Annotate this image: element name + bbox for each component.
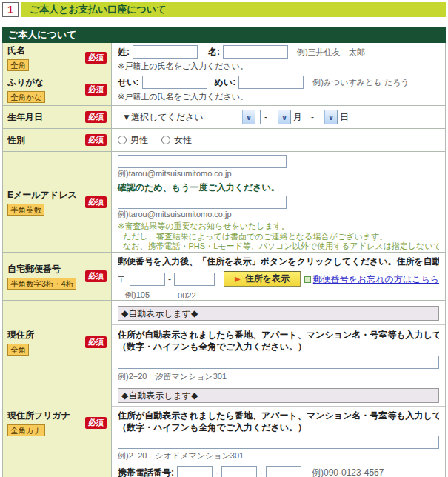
row-name: 氏名 全角 必須 姓: 名: 例)三井住友 太郎 ※戸籍上の氏名をご入力ください… (3, 43, 445, 73)
male-label: 男性 (130, 134, 148, 147)
address-label: 現住所 (7, 329, 34, 341)
gender-label-cell: 性別 必須 (3, 129, 112, 151)
postal-label-cell: 自宅郵便番号 半角数字3桁・4桁 必須 (3, 253, 112, 300)
address-kana-input-cell: ◆自動表示します◆ 住所が自動表示されましたら番地、アパート、マンション名・号室… (112, 384, 445, 461)
name-label-cell: 氏名 全角 必須 (3, 43, 112, 73)
birth-month-select[interactable]: - ∨ (260, 110, 291, 124)
birthdate-label-cell: 生年月日 必須 (3, 106, 112, 128)
row-postal-code: 自宅郵便番号 半角数字3桁・4桁 必須 郵便番号を入力後、「住所を表示」ボタンを… (3, 252, 445, 300)
postal-lookup-link[interactable]: 郵便番号をお忘れの方はこちら (304, 273, 439, 286)
postal-separator: - (168, 274, 171, 284)
chevron-down-icon: ∨ (242, 110, 255, 124)
row-mobile-phone: 携帯電話番号: - - 例)090-0123-4567 (3, 461, 445, 477)
female-label: 女性 (174, 134, 192, 147)
first-name-label: 名: (208, 46, 220, 59)
email-example-2: 例)tarou@mitsuisumitomo.co.jp (118, 209, 439, 220)
email-label: Eメールアドレス (7, 189, 77, 201)
row-email: Eメールアドレス 半角英数 必須 例)tarou@mitsuisumitomo.… (3, 151, 445, 252)
postal-mark: 〒 (118, 273, 127, 286)
furigana-format-badge: 全角かな (7, 91, 45, 103)
section-header: 1 ご本人とお支払い口座について (2, 2, 446, 17)
address-kana-input[interactable] (118, 436, 439, 449)
divider (112, 324, 445, 325)
email-input[interactable] (118, 155, 287, 168)
address-kana-label-cell: 現住所フリガナ 全角カナ 必須 (3, 384, 112, 461)
address-kana-instruction-2: （数字・ハイフンも全角でご入力ください。） (118, 421, 439, 433)
address-example: 例)2−20 汐留マンション301 (118, 371, 439, 382)
email-format-badge: 半角英数 (7, 204, 44, 216)
address-format-badge: 全角 (7, 344, 29, 356)
furigana-last-input[interactable] (142, 76, 207, 89)
row-furigana: ふりがな 全角かな 必須 せい: めい: 例)みついすみとも たろう ※戸籍上の… (3, 73, 445, 105)
address-kana-example: 例)2−20 シオドメマンション301 (118, 450, 439, 461)
email-note-1: ※審査結果等の重要なお知らせをいたします。 (118, 221, 439, 232)
name-format-badge: 全角 (7, 59, 29, 71)
furigana-label: ふりがな (7, 76, 45, 89)
address-kana-required-badge: 必須 (85, 417, 107, 429)
address-label-cell: 現住所 全角 必須 (3, 301, 112, 384)
address-instruction-2: （数字・ハイフンも全角でご入力ください。） (118, 341, 439, 353)
row-address: 現住所 全角 必須 ◆自動表示します◆ 住所が自動表示されましたら番地、アパート… (3, 300, 445, 384)
mobile-1-input[interactable] (177, 466, 213, 477)
address-instruction-1: 住所が自動表示されましたら番地、アパート、マンション名・号室等も入力してください… (118, 329, 439, 341)
personal-info-form: 氏名 全角 必須 姓: 名: 例)三井住友 太郎 ※戸籍上の氏名をご入力ください… (2, 43, 446, 477)
postal-lookup-icon (304, 276, 311, 283)
last-name-input[interactable] (133, 45, 198, 59)
furigana-label-cell: ふりがな 全角かな 必須 (3, 73, 112, 105)
birth-year-select[interactable]: ▼選択してください ∨ (118, 110, 255, 124)
email-note-3: なお、携帯電話・PHS・Lモード等、パソコン以外で使用するアドレスは指定しないで… (118, 241, 439, 252)
postal-format-badge: 半角数字3桁・4桁 (7, 278, 76, 290)
male-radio[interactable] (118, 136, 127, 144)
furigana-example: 例)みついすみとも たろう (312, 77, 409, 88)
section-title: ご本人とお支払い口座について (21, 2, 446, 17)
postal-code-1-input[interactable] (130, 273, 165, 286)
row-address-kana: 現住所フリガナ 全角カナ 必須 ◆自動表示します◆ 住所が自動表示されましたら番… (3, 384, 445, 461)
postal-label: 自宅郵便番号 (7, 263, 76, 276)
furigana-last-label: せい: (118, 76, 139, 89)
email-confirm-heading: 確認のため、もう一度ご入力ください。 (118, 181, 439, 194)
row-gender: 性別 必須 男性 女性 (3, 128, 445, 151)
gender-input-cell: 男性 女性 (112, 129, 445, 151)
gender-required-badge: 必須 (85, 134, 107, 146)
email-example-1: 例)tarou@mitsuisumitomo.co.jp (118, 168, 439, 179)
divider (112, 406, 445, 407)
gender-label: 性別 (7, 134, 25, 147)
chevron-down-icon: ∨ (324, 110, 337, 124)
postal-code-2-input[interactable] (174, 273, 215, 286)
address-input[interactable] (118, 356, 439, 369)
postal-required-badge: 必須 (85, 270, 107, 282)
name-label: 氏名 (7, 44, 29, 57)
gender-male-option[interactable]: 男性 (118, 134, 148, 147)
birthdate-label: 生年月日 (7, 111, 43, 124)
email-input-cell: 例)tarou@mitsuisumitomo.co.jp 確認のため、もう一度ご… (112, 152, 445, 252)
month-unit-label: 月 (293, 111, 302, 124)
address-kana-instruction-1: 住所が自動表示されましたら番地、アパート、マンション名・号室等も入力してください… (118, 410, 439, 421)
email-required-badge: 必須 (85, 196, 107, 208)
furigana-required-badge: 必須 (85, 84, 107, 96)
birthdate-required-badge: 必須 (85, 111, 107, 123)
section-number: 1 (2, 2, 19, 17)
subsection-bar: ご本人について (2, 27, 446, 43)
gender-female-option[interactable]: 女性 (161, 134, 192, 147)
first-name-input[interactable] (223, 45, 288, 59)
email-confirm-input[interactable] (118, 196, 287, 209)
last-name-label: 姓: (118, 46, 130, 59)
address-input-cell: ◆自動表示します◆ 住所が自動表示されましたら番地、アパート、マンション名・号室… (112, 301, 445, 384)
furigana-first-input[interactable] (238, 76, 304, 89)
mobile-label-cell (3, 461, 112, 477)
show-address-button[interactable]: ▶ 住所を表示 (224, 271, 301, 287)
row-birthdate: 生年月日 必須 ▼選択してください ∨ - ∨ 月 - (3, 105, 445, 128)
mobile-2-input[interactable] (221, 466, 257, 477)
address-required-badge: 必須 (85, 336, 107, 348)
address-kana-auto-display: ◆自動表示します◆ (118, 388, 439, 403)
name-required-badge: 必須 (85, 52, 107, 64)
mobile-separator-1: - (215, 467, 218, 477)
furigana-first-label: めい: (215, 76, 236, 89)
female-radio[interactable] (161, 136, 170, 144)
mobile-example: 例)090-0123-4567 (312, 467, 384, 477)
chevron-down-icon: ∨ (278, 110, 290, 124)
birth-day-select[interactable]: - ∨ (307, 110, 338, 124)
furigana-input-cell: せい: めい: 例)みついすみとも たろう ※戸籍上の氏名をご入力ください。 (112, 73, 445, 105)
name-example: 例)三井住友 太郎 (297, 47, 365, 58)
mobile-3-input[interactable] (266, 466, 301, 477)
